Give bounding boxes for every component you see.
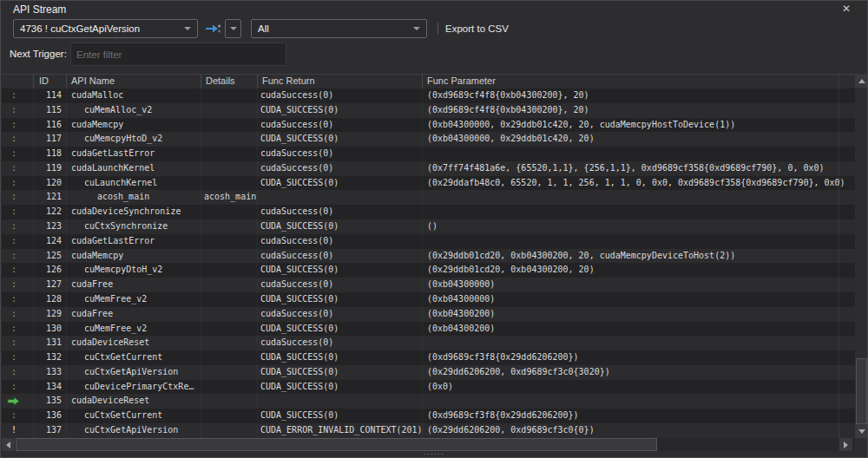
cell-details (201, 205, 258, 219)
table-row[interactable]: : 134 cuDevicePrimaryCtxRe… CUDA_SUCCESS… (2, 380, 855, 395)
row-marker: : (2, 409, 34, 423)
cell-func-return: CUDA_SUCCESS(0) (258, 409, 423, 423)
current-position-arrow-icon (7, 396, 20, 406)
vertical-scrollbar-thumb[interactable] (856, 358, 867, 424)
cell-func-return: CUDA_SUCCESS(0) (258, 380, 423, 395)
cell-details (201, 161, 258, 176)
table-row[interactable]: : 125 cudaMemcpy cudaSuccess(0) (0x29ddb… (2, 249, 855, 264)
row-marker: : (2, 249, 34, 264)
table-row[interactable]: : 121 acosh_main acosh_main (2, 190, 855, 205)
cell-id: 130 (34, 322, 67, 337)
cell-func-parameter (423, 190, 855, 205)
table-row[interactable]: : 128 cuMemFree_v2 CUDA_SUCCESS(0) (0xb0… (2, 292, 855, 307)
run-to-trigger-icon (204, 22, 221, 36)
cell-func-return: cudaSuccess(0) (258, 234, 423, 249)
cell-func-parameter: (0x0) (423, 380, 855, 395)
cell-func-return: CUDA_ERROR_INVALID_CONTEXT(201) (258, 423, 423, 438)
table-row[interactable]: 135 cudaDeviceReset (2, 394, 855, 409)
cell-func-parameter (423, 394, 855, 409)
table-row[interactable]: : 114 cudaMalloc cudaSuccess(0) (0xd9689… (2, 88, 855, 103)
cell-func-return: CUDA_SUCCESS(0) (258, 322, 423, 337)
cell-func-return: cudaSuccess(0) (258, 118, 423, 133)
row-marker: : (2, 161, 34, 176)
cell-api-name: cuMemAlloc_v2 (67, 103, 201, 118)
cell-id: 132 (34, 350, 67, 365)
resize-grip[interactable]: ······ (1, 449, 867, 458)
table-row[interactable]: : 122 cudaDeviceSynchronize cudaSuccess(… (2, 205, 855, 219)
cell-id: 129 (34, 307, 67, 322)
cell-func-parameter: (0x29ddb01cd20, 0xb04300200, 20) (423, 263, 855, 278)
cell-id: 126 (34, 263, 67, 278)
column-header-id[interactable]: ID (34, 75, 67, 88)
cell-details (201, 292, 258, 307)
cell-func-parameter: (0x29dd6206200, 0xd9689cf3c0{0}) (423, 423, 855, 438)
cell-func-return: CUDA_SUCCESS(0) (258, 350, 423, 365)
run-to-trigger-button[interactable] (203, 21, 222, 36)
column-header-marker[interactable] (2, 75, 34, 88)
cell-func-parameter: (0xb04300000, 0x29ddb01c420, 20, cudaMem… (423, 118, 855, 133)
api-level-select-value: All (252, 23, 410, 34)
cell-id: 135 (34, 394, 67, 409)
cell-api-name: cuCtxGetCurrent (67, 409, 201, 423)
next-trigger-filter-box (70, 43, 286, 66)
cell-details (201, 350, 258, 365)
table-row[interactable]: : 129 cudaFree cudaSuccess(0) (0xb043002… (2, 307, 855, 322)
table-row[interactable]: : 120 cuLaunchKernel CUDA_SUCCESS(0) (0x… (2, 176, 855, 191)
cell-api-name: cuDevicePrimaryCtxRe… (67, 380, 201, 395)
table-row[interactable]: ! 137 cuCtxGetApiVersion CUDA_ERROR_INVA… (2, 423, 855, 438)
triangle-up-icon (858, 79, 865, 83)
cell-id: 121 (34, 190, 67, 205)
row-marker: : (2, 132, 34, 147)
cell-id: 124 (34, 234, 67, 249)
cell-func-return (258, 190, 423, 205)
cell-func-return: cudaSuccess(0) (258, 161, 423, 176)
cell-id: 120 (34, 176, 67, 191)
row-marker: : (2, 350, 34, 365)
table-row[interactable]: : 123 cuCtxSynchronize CUDA_SUCCESS(0) (… (2, 219, 855, 234)
cell-func-return: CUDA_SUCCESS(0) (258, 176, 423, 191)
cell-api-name: cudaMalloc (67, 88, 201, 103)
column-header-details[interactable]: Details (201, 75, 258, 88)
table-row[interactable]: : 126 cuMemcpyDtoH_v2 CUDA_SUCCESS(0) (0… (2, 263, 855, 278)
table-row[interactable]: : 127 cudaFree cudaSuccess(0) (0xb043000… (2, 278, 855, 292)
table-row[interactable]: : 117 cuMemcpyHtoD_v2 CUDA_SUCCESS(0) (0… (2, 132, 855, 147)
table-row[interactable]: : 124 cudaGetLastError cudaSuccess(0) (2, 234, 855, 249)
trigger-event-select[interactable]: 4736 ! cuCtxGetApiVersion (13, 19, 198, 38)
table-row[interactable]: : 118 cudaGetLastError cudaSuccess(0) (2, 147, 855, 161)
cell-func-parameter: (0xd9689cf3f8{0x29dd6206200}) (423, 409, 855, 423)
cell-api-name: cuMemFree_v2 (67, 322, 201, 337)
scroll-down-button[interactable] (855, 424, 868, 438)
export-to-csv-button[interactable]: Export to CSV (445, 23, 509, 36)
table-row[interactable]: : 119 cudaLaunchKernel cudaSuccess(0) (0… (2, 161, 855, 176)
run-options-dropdown-button[interactable] (225, 19, 241, 38)
cell-id: 123 (34, 219, 67, 234)
cell-func-parameter: (0x29dd6206200, 0xd9689cf3c0{3020}) (423, 365, 855, 380)
row-marker: : (2, 263, 34, 278)
table-row[interactable]: : 115 cuMemAlloc_v2 CUDA_SUCCESS(0) (0xd… (2, 103, 855, 118)
cell-details (201, 322, 258, 337)
table-row[interactable]: : 136 cuCtxGetCurrent CUDA_SUCCESS(0) (0… (2, 409, 855, 423)
toolbar-separator (437, 23, 438, 35)
cell-func-parameter: (0xb04300000, 0x29ddb01c420, 20) (423, 132, 855, 147)
cell-func-parameter (423, 336, 855, 350)
column-header-func-parameter[interactable]: Func Parameter (423, 75, 855, 88)
table-row[interactable]: : 132 cuCtxGetCurrent CUDA_SUCCESS(0) (0… (2, 350, 855, 365)
api-level-select[interactable]: All (251, 19, 427, 38)
column-header-api-name[interactable]: API Name (67, 75, 201, 88)
column-header-func-return[interactable]: Func Return (258, 75, 423, 88)
table-row[interactable]: : 133 cuCtxGetApiVersion CUDA_SUCCESS(0)… (2, 365, 855, 380)
cell-details (201, 118, 258, 133)
next-trigger-filter-input[interactable] (71, 43, 286, 65)
row-marker: : (2, 336, 34, 350)
cell-api-name: cudaFree (67, 307, 201, 322)
cell-details (201, 409, 258, 423)
cell-details (201, 132, 258, 147)
table-row[interactable]: : 116 cudaMemcpy cudaSuccess(0) (0xb0430… (2, 118, 855, 133)
table-row[interactable]: : 131 cudaDeviceReset cudaSuccess(0) (2, 336, 855, 350)
vertical-scrollbar[interactable] (855, 74, 868, 438)
close-icon[interactable]: ✕ (839, 2, 853, 16)
cell-api-name: cuMemcpyDtoH_v2 (67, 263, 201, 278)
table-row[interactable]: : 130 cuMemFree_v2 CUDA_SUCCESS(0) (0xb0… (2, 322, 855, 337)
cell-id: 127 (34, 278, 67, 292)
scroll-up-button[interactable] (855, 74, 868, 88)
